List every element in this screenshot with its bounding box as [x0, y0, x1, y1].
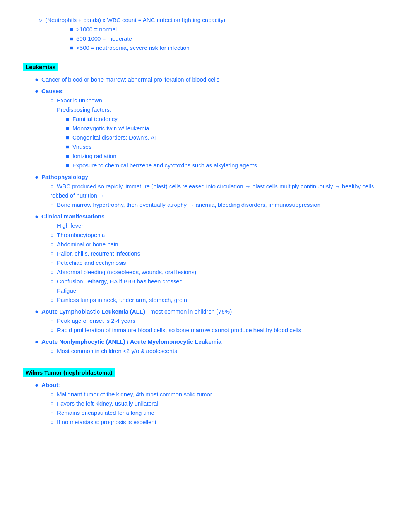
about-item1: Malignant tumor of the kidney, 4th most … [50, 390, 388, 399]
clinical-2: Thrombocytopenia [50, 230, 388, 240]
intro-anc-item: (Neutrophils + bands) x WBC count = ANC … [39, 15, 388, 25]
wilms-label: Wilms Tumor (nephroblastoma) [23, 368, 115, 377]
dot-icon5 [35, 308, 41, 315]
factor-2: Monozygotic twin w/ leukemia [66, 124, 388, 133]
patho-list: WBC produced so rapidly, immature (blast… [50, 182, 388, 210]
c9 [50, 297, 57, 303]
anll-list: Most common in children <2 y/o & adolesc… [50, 346, 388, 356]
causes-list: Exact is unknown Predisposing factors: F… [50, 96, 388, 170]
c1 [50, 222, 57, 229]
clinical-9: Painless lumps in neck, under arm, stoma… [50, 295, 388, 305]
clinical-8: Fatigue [50, 286, 388, 295]
dot-icon3 [35, 174, 41, 180]
c4 [50, 250, 57, 257]
about-list: Malignant tumor of the kidney, 4th most … [50, 390, 388, 427]
all-list: Peak age of onset is 2-4 years Rapid pro… [50, 316, 388, 335]
clinical-5: Petechiae and ecchymosis [50, 258, 388, 268]
w2 [50, 400, 57, 407]
w4 [50, 419, 57, 425]
factor-6: Exposure to chemical benzene and cytotox… [66, 161, 388, 170]
a2 [50, 327, 57, 333]
wilms-list: About: Malignant tumor of the kidney, 4t… [35, 380, 388, 427]
c2 [50, 232, 57, 238]
patho-item1: WBC produced so rapidly, immature (blast… [50, 182, 388, 200]
intro-sub3: <500 = neutropenia, severe risk for infe… [70, 43, 388, 53]
clinical-1: High fever [50, 221, 388, 230]
an1 [50, 348, 57, 354]
dot-icon7 [35, 382, 41, 388]
clinical-4: Pallor, chills, recurrent infections [50, 249, 388, 258]
square-icon3 [70, 44, 76, 51]
c5 [50, 259, 57, 266]
c8 [50, 287, 57, 294]
leukemias-header: Leukemias [23, 59, 388, 75]
dot-icon2 [35, 88, 41, 94]
intro-section: (Neutrophils + bands) x WBC count = ANC … [23, 15, 388, 53]
all-item2: Rapid proliferation of immature blood ce… [50, 326, 388, 335]
clinical-6: Abnormal bleeding (nosebleeds, wounds, o… [50, 268, 388, 277]
square-icon2 [70, 35, 76, 42]
w3 [50, 409, 57, 416]
circle-icon5 [50, 106, 57, 113]
sq6 [66, 162, 72, 169]
sq2 [66, 125, 72, 131]
anll-item1: Most common in children <2 y/o & adolesc… [50, 346, 388, 356]
clinical-list: High fever Thrombocytopenia Abdominal or… [50, 221, 388, 305]
about-item3: Remains encapsulated for a long time [50, 408, 388, 418]
circle-icon4 [50, 97, 57, 104]
square-icon [70, 26, 76, 32]
intro-sub1: >1000 = normal [70, 25, 388, 34]
clinical-7: Confusion, lethargy, HA if BBB has been … [50, 277, 388, 286]
about-item2: Favors the left kidney, usually unilater… [50, 399, 388, 408]
clinical-3: Abdominal or bone pain [50, 240, 388, 249]
leukemia-clinical: Clinical manifestations High fever Throm… [35, 212, 388, 305]
factor-1: Familial tendency [66, 114, 388, 124]
c6 [50, 269, 57, 275]
leukemias-list: Cancer of blood or bone marrow; abnormal… [35, 75, 388, 356]
cause-predisposing: Predisposing factors: Familial tendency … [50, 105, 388, 170]
w1 [50, 391, 57, 397]
about-item4: If no metastasis: prognosis is excellent [50, 418, 388, 427]
sq4 [66, 143, 72, 150]
dot-icon [35, 76, 41, 83]
all-item1: Peak age of onset is 2-4 years [50, 316, 388, 326]
sq5 [66, 153, 72, 159]
anc-formula: (Neutrophils + bands) x WBC count = ANC … [45, 17, 225, 23]
leukemia-item1: Cancer of blood or bone marrow; abnormal… [35, 75, 388, 84]
circle-icon6 [50, 183, 57, 189]
circle-icon7 [50, 201, 57, 208]
leukemia-anll: Acute Nonlymphocytic (ANLL) / Acute Myel… [35, 337, 388, 356]
dot-icon6 [35, 338, 41, 345]
factor-4: Viruses [66, 142, 388, 152]
leukemia-all: Acute Lymphoblastic Leukemia (ALL) - mos… [35, 307, 388, 335]
wilms-header: Wilms Tumor (nephroblastoma) [23, 365, 388, 380]
sq3 [66, 134, 72, 141]
factor-3: Congenital disorders: Down's, AT [66, 133, 388, 142]
wilms-about: About: Malignant tumor of the kidney, 4t… [35, 380, 388, 427]
factor-5: Ionizing radiation [66, 152, 388, 161]
cause-exact: Exact is unknown [50, 96, 388, 105]
c3 [50, 241, 57, 247]
predisposing-list: Familial tendency Monozygotic twin w/ le… [66, 114, 388, 170]
a1 [50, 317, 57, 324]
intro-sub2: 500-1000 = moderate [70, 34, 388, 43]
leukemia-patho: Pathophysiology WBC produced so rapidly,… [35, 172, 388, 210]
sq1 [66, 116, 72, 122]
dot-icon4 [35, 213, 41, 220]
c7 [50, 278, 57, 285]
circle-icon [39, 17, 45, 23]
leukemias-label: Leukemias [23, 63, 58, 71]
patho-item2: Bone marrow hypertrophy, then eventually… [50, 200, 388, 210]
leukemia-causes: Causes: Exact is unknown Predisposing fa… [35, 87, 388, 170]
